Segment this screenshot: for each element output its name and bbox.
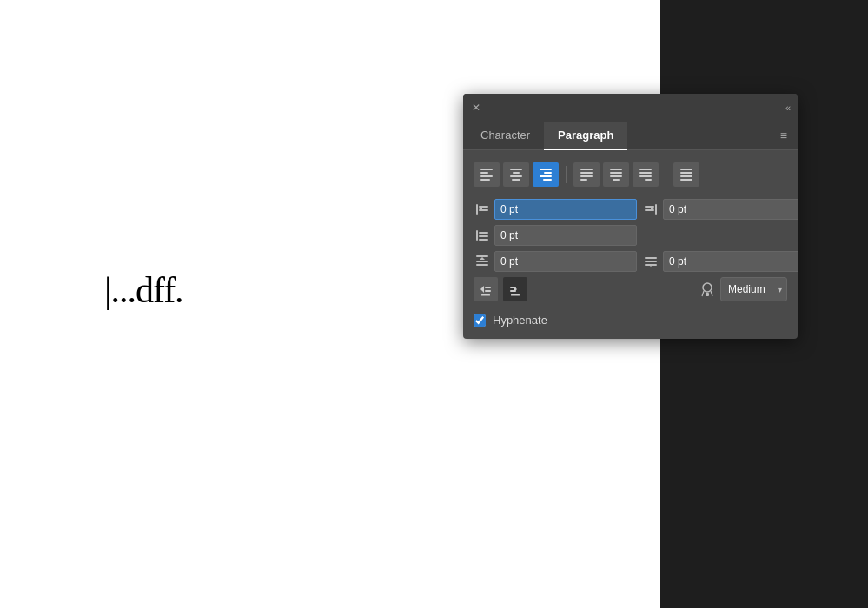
align-left-button[interactable] [474, 162, 500, 187]
svg-rect-28 [655, 204, 657, 215]
align-center-button[interactable] [503, 162, 529, 187]
left-indent-row: 0 pt [474, 199, 637, 220]
svg-marker-44 [480, 286, 484, 293]
align-center-icon [510, 169, 522, 181]
hyphenate-label: Hyphenate [493, 314, 547, 327]
indent-row-1: 0 pt 0 pt [474, 199, 787, 220]
svg-rect-10 [580, 175, 593, 177]
space-after-svg [643, 254, 659, 268]
left-indent-icon [474, 201, 491, 218]
svg-rect-12 [610, 169, 622, 170]
svg-rect-16 [639, 169, 652, 170]
svg-point-52 [703, 283, 712, 292]
first-line-indent-row: 0 pt [474, 225, 637, 246]
svg-rect-8 [580, 169, 593, 170]
svg-rect-32 [476, 230, 478, 241]
space-row: 0 pt 0 pt [474, 251, 787, 272]
first-line-indent-icon [474, 227, 491, 244]
paragraph-panel: ✕ « Character Paragraph ≡ [463, 94, 798, 339]
glyph-icon-svg [699, 281, 716, 298]
justify-right-button[interactable] [633, 162, 659, 187]
tab-character[interactable]: Character [467, 122, 544, 150]
svg-rect-25 [479, 206, 488, 208]
svg-rect-24 [476, 204, 478, 215]
svg-rect-29 [645, 206, 654, 208]
panel-header-bar: ✕ « [463, 94, 798, 122]
justify-center-icon [610, 169, 622, 181]
svg-rect-15 [613, 179, 620, 181]
space-before-row: 0 pt [474, 251, 637, 272]
svg-rect-19 [645, 179, 652, 181]
svg-rect-4 [540, 169, 552, 170]
svg-rect-45 [485, 287, 491, 288]
empty-cell [642, 225, 787, 246]
every-line-composer-icon [508, 282, 522, 296]
first-line-row: 0 pt [474, 225, 787, 246]
glyph-scaling-wrapper: Medium None Low High ▾ [698, 277, 787, 301]
svg-rect-33 [479, 232, 488, 234]
alignment-row [474, 162, 787, 187]
panel-menu-icon[interactable]: ≡ [773, 129, 794, 142]
first-line-indent-input[interactable]: 0 pt [494, 225, 637, 246]
align-right-button[interactable] [533, 162, 559, 187]
left-indent-svg [474, 202, 490, 216]
svg-rect-41 [645, 261, 657, 262]
svg-rect-6 [540, 175, 552, 177]
svg-rect-35 [479, 239, 488, 241]
svg-rect-0 [510, 169, 522, 170]
justify-all-button[interactable] [673, 162, 699, 187]
svg-rect-9 [580, 172, 593, 174]
svg-rect-1 [513, 172, 520, 174]
hyphenate-checkbox[interactable] [474, 314, 486, 327]
svg-rect-50 [510, 290, 516, 292]
align-divider [566, 166, 567, 183]
first-line-indent-svg [474, 228, 490, 242]
glyph-scaling-icon [698, 280, 717, 299]
svg-rect-22 [680, 175, 692, 177]
panel-close-button[interactable]: ✕ [470, 102, 482, 114]
right-indent-svg [643, 202, 659, 216]
svg-rect-49 [510, 287, 516, 288]
panel-body: 0 pt 0 pt [463, 150, 798, 339]
glyph-dropdown-container: Medium None Low High ▾ [720, 277, 787, 301]
svg-rect-26 [479, 209, 488, 211]
justify-left-button[interactable] [573, 162, 600, 187]
panel-collapse-button[interactable]: « [785, 102, 791, 113]
right-indent-row: 0 pt [642, 199, 798, 220]
svg-rect-11 [580, 179, 587, 181]
svg-rect-18 [639, 175, 652, 177]
left-indent-input[interactable]: 0 pt [494, 199, 637, 220]
space-before-icon [474, 253, 491, 270]
right-indent-input[interactable]: 0 pt [663, 199, 798, 220]
svg-rect-5 [544, 172, 552, 174]
svg-rect-46 [485, 290, 491, 292]
panel-tabs: Character Paragraph ≡ [463, 122, 798, 150]
svg-rect-30 [645, 209, 654, 211]
hyphenate-row: Hyphenate [474, 314, 787, 327]
tab-paragraph[interactable]: Paragraph [544, 122, 627, 150]
glyph-scaling-select[interactable]: Medium None Low High [720, 277, 787, 301]
svg-rect-2 [510, 175, 522, 177]
single-composer-button[interactable] [474, 277, 498, 301]
svg-rect-13 [610, 172, 622, 174]
svg-rect-40 [645, 257, 657, 259]
justify-all-icon [680, 169, 692, 181]
justify-center-button[interactable] [603, 162, 629, 187]
svg-rect-23 [680, 179, 692, 181]
svg-rect-38 [476, 264, 488, 266]
space-after-icon [642, 253, 659, 270]
svg-marker-39 [480, 257, 485, 260]
space-before-input[interactable]: 0 pt [494, 251, 637, 272]
every-line-composer-button[interactable] [503, 277, 527, 301]
svg-rect-14 [610, 175, 622, 177]
svg-rect-3 [512, 179, 520, 181]
justify-left-icon [580, 169, 593, 181]
single-composer-icon [479, 282, 493, 296]
canvas-text: |...dff. [104, 269, 183, 311]
align-left-icon [480, 169, 493, 181]
svg-rect-20 [680, 169, 692, 170]
svg-rect-34 [479, 235, 488, 237]
svg-rect-36 [476, 255, 488, 257]
space-after-input[interactable]: 0 pt [663, 251, 798, 272]
svg-rect-37 [476, 261, 488, 262]
